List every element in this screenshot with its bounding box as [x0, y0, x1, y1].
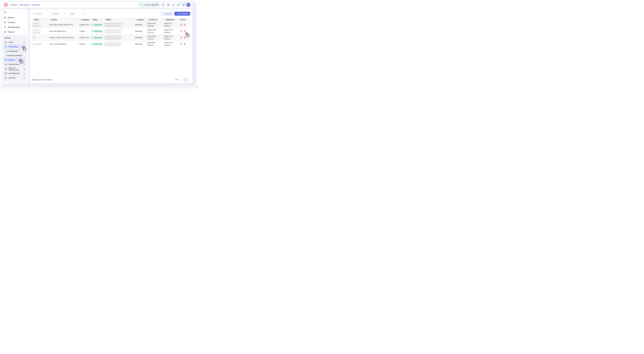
sort-icon[interactable]: [100, 19, 102, 21]
prev-page-button[interactable]: [181, 79, 182, 81]
column-header-status[interactable]: Status: [90, 19, 104, 21]
column-header-label: WABA: [106, 19, 111, 21]
cell-name: welcome tosquaretalk: [32, 29, 48, 34]
notifications-button[interactable]: [176, 3, 180, 7]
check-icon: ✓: [92, 43, 94, 45]
edit-button[interactable]: [180, 24, 182, 26]
sidebar-item-contacts[interactable]: Contacts: [3, 20, 27, 25]
sidebar-item-messaging[interactable]: Messaging: [4, 44, 26, 49]
sidebar-item-users-permissions[interactable]: Users & Permissions: [4, 67, 26, 71]
column-header-label: Preview: [51, 19, 57, 21]
page-size-value: 25: [175, 79, 177, 81]
back-arrow-icon: [4, 11, 7, 14]
call-quality-button[interactable]: [171, 3, 175, 7]
headphones-icon: [5, 41, 7, 43]
table-row[interactable]: test Hi {{full_name}} , this is Bob from…: [32, 35, 190, 41]
add-template-button[interactable]: + Add Template: [174, 12, 190, 16]
sidebar-item-security[interactable]: Security: [4, 76, 26, 80]
sidebar-item-call-wrapup[interactable]: Call Wrap-up: [4, 71, 26, 76]
columns-dropdown-label: Columns: [52, 13, 59, 15]
refresh-button[interactable]: Refresh: [161, 12, 173, 16]
sort-icon[interactable]: [144, 19, 146, 21]
user-avatar[interactable]: DT: [186, 3, 190, 7]
cell-language: English: [79, 43, 90, 45]
breadcrumb-messaging[interactable]: Messaging: [20, 4, 29, 6]
column-header-name[interactable]: Name: [32, 19, 48, 21]
sidebar-item-reports[interactable]: Reports: [3, 30, 27, 34]
delete-button[interactable]: [184, 43, 186, 45]
cell-language: English (US): [79, 37, 90, 39]
availability-status[interactable]: Available 03:37:46: [138, 3, 160, 7]
help-button[interactable]: ?: [181, 3, 185, 7]
table-row[interactable]: welcome tosquaretalk Dear client,Welcome…: [32, 28, 190, 35]
filters-dropdown[interactable]: Filters: [69, 12, 86, 16]
next-page-button[interactable]: [189, 79, 190, 81]
column-header-updated-at[interactable]: Updated At: [164, 19, 179, 21]
entries-summary: Showing 1 to 4 of 4 entries: [32, 79, 52, 81]
edit-button[interactable]: [180, 37, 182, 39]
check-icon: ✓: [92, 37, 94, 39]
cell-created-at: 2025-07-0810:15:29: [147, 29, 164, 34]
cell-status: ✓Approved: [90, 36, 104, 39]
drag-handle-icon[interactable]: [135, 19, 136, 21]
drag-handle-icon[interactable]: [80, 19, 80, 21]
sidebar-item-voice[interactable]: Voice: [4, 40, 26, 44]
svg-text:?: ?: [183, 4, 184, 6]
sidebar-item-templates[interactable]: Templates: [4, 58, 26, 62]
column-header-created-at[interactable]: Created At: [147, 19, 164, 21]
column-header-preview[interactable]: Preview: [48, 19, 79, 21]
cell-name: test: [32, 37, 48, 39]
drag-handle-icon[interactable]: [33, 19, 34, 21]
column-header-language[interactable]: Language: [79, 19, 90, 21]
chevron-right-icon: [25, 31, 26, 33]
sort-icon[interactable]: [43, 19, 44, 21]
drag-handle-icon[interactable]: [49, 19, 50, 21]
edit-button[interactable]: [180, 43, 182, 45]
notification-badge-dot: [179, 3, 180, 4]
cell-created-at: 2025-06-2913:32:03: [147, 35, 164, 40]
chevron-down-icon: [24, 46, 25, 47]
drag-handle-icon[interactable]: [164, 19, 165, 21]
sidebar-item-configuration[interactable]: Configuration: [4, 49, 26, 53]
drag-handle-icon[interactable]: [91, 19, 92, 21]
search-input[interactable]: [36, 13, 48, 15]
table-row[interactable]: test template This is a test template! E…: [32, 41, 190, 47]
drag-handle-icon[interactable]: [147, 19, 148, 21]
sidebar-item-internal-chat[interactable]: Internal Chat: [4, 62, 26, 67]
chevron-down-icon: [65, 13, 66, 14]
delete-button[interactable]: [184, 37, 186, 39]
search-field[interactable]: [32, 12, 50, 16]
columns-dropdown[interactable]: Columns: [51, 12, 68, 16]
page-size-selector[interactable]: 25: [175, 79, 179, 81]
lock-icon: [5, 77, 7, 79]
column-header-category[interactable]: Category: [134, 19, 147, 21]
sort-icon[interactable]: [160, 19, 162, 21]
dialer-button[interactable]: [161, 3, 165, 7]
trash-icon: [184, 43, 186, 45]
cell-waba: Squaretalk Contact center(10802868272454…: [104, 42, 134, 47]
cell-name: welcomedeployment: [32, 23, 48, 27]
sidebar-item-label: Call Wrap-up: [9, 72, 19, 74]
brand-logo[interactable]: t: [4, 3, 7, 6]
sidebar-item-my-messaging[interactable]: My Messaging: [3, 25, 27, 30]
delete-button[interactable]: [184, 24, 186, 26]
edit-button[interactable]: [180, 30, 182, 32]
cell-updated-at: 2025-07-2218:06:37: [164, 35, 179, 40]
current-page-button[interactable]: 1: [184, 78, 187, 81]
monitor-icon: [4, 17, 6, 19]
table-row[interactable]: welcomedeployment Hello {{full_name}}, W…: [32, 22, 190, 28]
collapse-sidebar-button[interactable]: [4, 11, 7, 14]
delete-button[interactable]: [184, 30, 186, 32]
column-header-waba[interactable]: WABA: [104, 19, 134, 21]
sidebar-item-label: Configuration: [7, 50, 18, 52]
sidebar-item-business-numbers[interactable]: Business Numbers: [4, 53, 26, 58]
cell-updated-at: 2025-07-2218:06:37: [164, 42, 179, 47]
drag-handle-icon[interactable]: [104, 19, 105, 21]
messages-button[interactable]: [166, 3, 170, 7]
sidebar-item-label: Messaging: [9, 46, 18, 48]
settings-group: Settings Voice: [3, 35, 27, 82]
column-header-actions: Actions: [179, 19, 187, 21]
sort-icon[interactable]: [176, 19, 178, 21]
breadcrumb-templates[interactable]: Templates: [32, 4, 40, 6]
sidebar-item-monitor[interactable]: Monitor: [3, 15, 27, 20]
